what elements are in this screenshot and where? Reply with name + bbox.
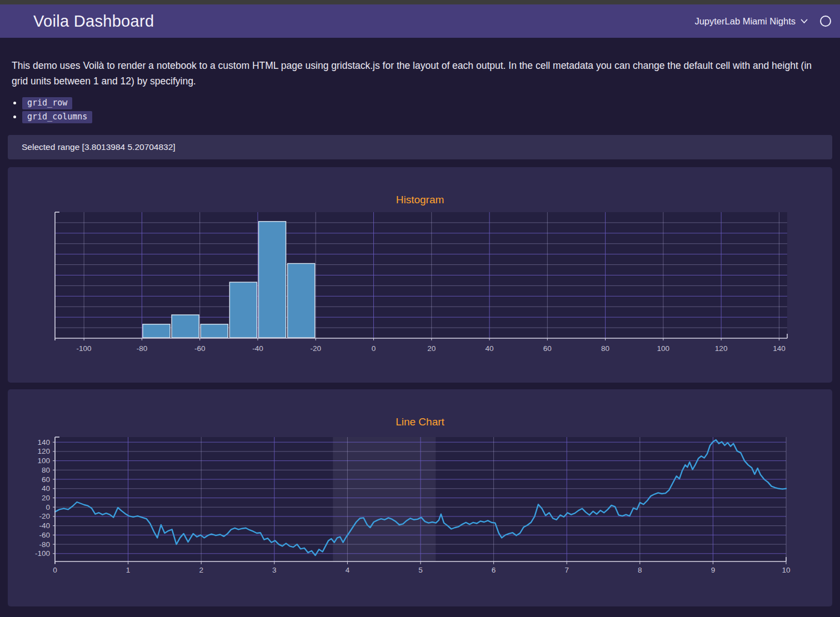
svg-text:40: 40 [486, 344, 494, 353]
svg-text:-40: -40 [252, 344, 263, 353]
histogram-bar [172, 315, 199, 338]
y-axis-labels: 140120100806040200-20-40-60-80-100 [35, 438, 55, 558]
svg-text:60: 60 [543, 344, 552, 353]
svg-text:20: 20 [427, 344, 436, 353]
svg-text:-60: -60 [39, 531, 50, 539]
svg-text:5: 5 [418, 566, 423, 574]
svg-text:0: 0 [46, 503, 50, 511]
svg-text:100: 100 [37, 457, 50, 465]
svg-text:120: 120 [37, 447, 50, 455]
svg-text:-100: -100 [35, 549, 50, 558]
histogram-bar [143, 324, 170, 338]
svg-text:140: 140 [37, 438, 50, 447]
selected-range-output: Selected range [3.8013984 5.20704832] [8, 135, 832, 159]
svg-text:-20: -20 [39, 512, 50, 520]
metadata-options-list: grid_row grid_columns [8, 98, 832, 122]
svg-text:-100: -100 [77, 344, 92, 353]
theme-selector[interactable]: JupyterLab Miami Nights [694, 16, 808, 27]
histogram-bar [229, 282, 257, 338]
list-item: grid_columns [22, 112, 832, 122]
svg-text:1: 1 [126, 566, 131, 574]
grid-columns-code: grid_columns [22, 111, 92, 123]
histogram-card: Histogram -100-80-60-40-2002040608010012… [8, 167, 832, 383]
grid-row-code: grid_row [22, 97, 72, 109]
svg-text:2: 2 [199, 566, 203, 574]
chevron-down-icon [801, 19, 808, 24]
svg-text:-80: -80 [39, 540, 50, 549]
svg-text:10: 10 [782, 566, 790, 574]
line-chart-title: Line Chart [8, 416, 832, 428]
histogram-bar [258, 222, 286, 338]
x-axis-labels: -100-80-60-40-20020406080100120140 [77, 338, 786, 353]
theme-selector-label: JupyterLab Miami Nights [694, 16, 796, 27]
svg-text:-20: -20 [310, 344, 321, 353]
svg-text:0: 0 [372, 344, 376, 353]
page-title: Voila Dashboard [33, 12, 154, 31]
intro-text: This demo uses Voilà to render a noteboo… [12, 58, 816, 89]
x-axis-labels: 012345678910 [53, 561, 790, 574]
svg-text:100: 100 [657, 344, 670, 353]
svg-text:80: 80 [42, 466, 50, 474]
svg-text:-40: -40 [39, 521, 50, 530]
histogram-bar [288, 263, 315, 338]
svg-text:7: 7 [564, 566, 569, 574]
window-top-strip [0, 0, 840, 4]
svg-text:8: 8 [638, 566, 642, 574]
svg-text:4: 4 [346, 566, 350, 574]
svg-text:140: 140 [773, 344, 786, 353]
svg-text:9: 9 [711, 566, 716, 574]
svg-text:0: 0 [53, 566, 57, 574]
svg-text:20: 20 [42, 494, 50, 502]
svg-text:80: 80 [601, 344, 609, 353]
svg-text:60: 60 [42, 475, 50, 484]
svg-text:40: 40 [42, 484, 50, 493]
histogram-title: Histogram [8, 194, 832, 206]
svg-text:6: 6 [492, 566, 496, 574]
line-chart-card: Line Chart 140120100806040200-20-40-60-8… [8, 389, 832, 606]
svg-text:120: 120 [715, 344, 728, 353]
dashboard-body: This demo uses Voilà to render a noteboo… [0, 58, 840, 606]
histogram-bar [201, 324, 228, 338]
list-item: grid_row [22, 98, 832, 108]
svg-text:-80: -80 [137, 344, 148, 353]
svg-text:3: 3 [272, 566, 277, 574]
header-bar: Voila Dashboard JupyterLab Miami Nights [0, 4, 840, 38]
header-controls: JupyterLab Miami Nights [694, 16, 831, 27]
svg-text:-60: -60 [194, 344, 206, 353]
kernel-status-icon[interactable] [820, 16, 831, 27]
selected-range-text: Selected range [3.8013984 5.20704832] [22, 142, 176, 152]
